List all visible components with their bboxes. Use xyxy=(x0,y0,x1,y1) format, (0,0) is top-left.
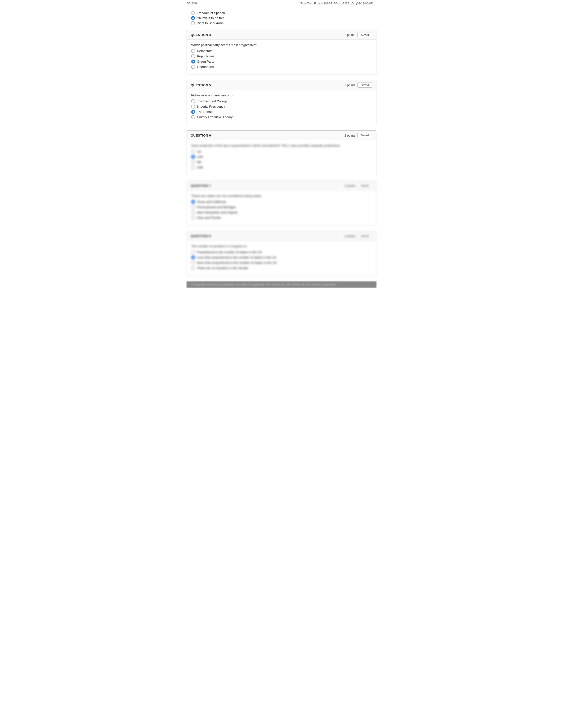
radio-q8-d xyxy=(191,266,195,270)
radio-green-party[interactable] xyxy=(191,60,195,64)
question-5-meta: 2 points Saved xyxy=(345,83,372,88)
question-4-text: Which political party seems most progres… xyxy=(191,43,372,47)
question-5-text: Filibuster is a characteristic of: xyxy=(191,94,372,97)
question-8-saved-button: Saved xyxy=(358,233,372,238)
radio-q7-c xyxy=(191,210,195,214)
radio-imperial-presidency[interactable] xyxy=(191,105,195,109)
option-label: Ohio and Florida xyxy=(197,216,220,220)
question-7-meta: 2 points Saved xyxy=(345,183,372,188)
list-item[interactable]: Freedom of Speech xyxy=(191,11,372,15)
radio-libertarians[interactable] xyxy=(191,65,195,69)
question-8-body: The number of senators in Congress is: P… xyxy=(187,241,376,276)
radio-democrats[interactable] xyxy=(191,49,195,53)
radio-q8-c xyxy=(191,261,195,265)
radio-freedom-speech[interactable] xyxy=(191,11,195,15)
option-label: Texas and California xyxy=(197,200,226,204)
option-label: More than proportional to the number of … xyxy=(197,261,277,265)
radio-church-free[interactable] xyxy=(191,16,195,20)
list-item[interactable]: Right to Bear Arms xyxy=(191,21,372,25)
question-6-label: QUESTION 6 xyxy=(191,134,211,137)
radio-q6-d xyxy=(191,165,195,169)
list-item: There are no senators in the Senate xyxy=(191,266,372,270)
question-4-body: Which political party seems most progres… xyxy=(187,40,376,75)
option-label: Less than proportional to the number of … xyxy=(197,256,276,259)
list-item[interactable]: The Electoral College xyxy=(191,99,372,103)
option-label: The Electoral College xyxy=(197,99,227,103)
option-label: 14th xyxy=(197,155,203,159)
list-item: Pennsylvania and Michigan xyxy=(191,205,372,209)
list-item: 1st xyxy=(191,150,372,154)
footer-bar: All copyright violations and plagiarism … xyxy=(186,281,377,288)
list-item: New Hampshire and Virginia xyxy=(191,210,372,214)
option-label: There are no senators in the Senate xyxy=(197,266,248,270)
list-item[interactable]: Unitary Executive Theory xyxy=(191,115,372,119)
list-item[interactable]: Church is to be free xyxy=(191,16,372,20)
question-4-options: Democrats Republicans Green Party Libert… xyxy=(191,49,372,69)
question-6-points: 2 points xyxy=(345,134,355,137)
question-8-options: Proportional to the number of states in … xyxy=(191,250,372,270)
option-label: New Hampshire and Virginia xyxy=(197,211,237,214)
list-item: More than proportional to the number of … xyxy=(191,261,372,265)
list-item[interactable]: Democrats xyxy=(191,49,372,53)
question-7-block: QUESTION 7 2 points Saved These two stat… xyxy=(186,181,377,226)
question-4-block: QUESTION 4 2 points Saved Which politica… xyxy=(186,30,377,75)
option-label: Green Party xyxy=(197,60,214,63)
option-label: 5th xyxy=(197,160,201,164)
question-4-header: QUESTION 4 2 points Saved xyxy=(187,30,376,40)
list-item[interactable]: Imperial Presidency xyxy=(191,105,372,109)
list-item: 10th xyxy=(191,165,372,169)
question-7-options: Texas and California Pennsylvania and Mi… xyxy=(191,200,372,220)
option-label: Pennsylvania and Michigan xyxy=(197,205,236,209)
radio-q8-b xyxy=(191,255,195,259)
question-8-meta: 2 points Saved xyxy=(345,233,372,238)
partial-options-list: Freedom of Speech Church is to be free R… xyxy=(191,11,372,25)
question-4-saved-button[interactable]: Saved xyxy=(358,32,372,37)
radio-q7-b xyxy=(191,205,195,209)
list-item[interactable]: Republicans xyxy=(191,54,372,58)
question-5-body: Filibuster is a characteristic of: The E… xyxy=(187,90,376,125)
list-item[interactable]: The Senate xyxy=(191,110,372,114)
question-4-points: 2 points xyxy=(345,33,355,37)
option-label: 10th xyxy=(197,166,203,169)
list-item[interactable]: Green Party xyxy=(191,60,372,64)
question-8-header: QUESTION 8 2 points Saved xyxy=(187,231,376,241)
radio-bear-arms[interactable] xyxy=(191,21,195,25)
list-item: Ohio and Florida xyxy=(191,216,372,220)
option-label: Freedom of Speech xyxy=(197,11,225,15)
question-6-options: 1st 14th 5th 10th xyxy=(191,150,372,169)
list-item[interactable]: Libertarians xyxy=(191,65,372,69)
question-4-meta: 2 points Saved xyxy=(345,32,372,37)
radio-electoral-college[interactable] xyxy=(191,99,195,103)
footer-text: All copyright violations and plagiarism … xyxy=(191,283,337,286)
option-label: Imperial Presidency xyxy=(197,105,225,108)
option-label: Democrats xyxy=(197,49,212,53)
question-6-meta: 2 points Saved xyxy=(345,133,372,138)
question-5-label: QUESTION 5 xyxy=(191,83,211,87)
option-label: 1st xyxy=(197,150,201,153)
question-7-points: 2 points xyxy=(345,184,355,188)
option-label: Unitary Executive Theory xyxy=(197,115,233,119)
option-label: Church is to be free xyxy=(197,16,225,20)
question-8-label: QUESTION 8 xyxy=(191,234,211,238)
radio-q7-a xyxy=(191,200,195,204)
radio-republicans[interactable] xyxy=(191,54,195,58)
question-8-points: 2 points xyxy=(345,234,355,238)
question-6-block: QUESTION 6 2 points Saved Does protectio… xyxy=(186,130,377,175)
option-label: The Senate xyxy=(197,110,213,114)
date-label: 6/7/2018 xyxy=(186,2,198,5)
question-6-header: QUESTION 6 2 points Saved xyxy=(187,131,376,140)
question-5-saved-button[interactable]: Saved xyxy=(358,83,372,88)
question-6-saved-button[interactable]: Saved xyxy=(358,133,372,138)
radio-q7-d xyxy=(191,216,195,220)
option-label: Proportional to the number of states in … xyxy=(197,250,262,254)
question-5-points: 2 points xyxy=(345,83,355,87)
question-8-text: The number of senators in Congress is: xyxy=(191,244,372,248)
radio-unitary-executive[interactable] xyxy=(191,115,195,119)
question-7-saved-button: Saved xyxy=(358,183,372,188)
top-bar: 6/7/2018 Take Test: Final – 18SPR POL-1-… xyxy=(186,0,377,7)
radio-the-senate[interactable] xyxy=(191,110,195,114)
list-item: Proportional to the number of states in … xyxy=(191,250,372,254)
question-7-text: These two states are not considered swin… xyxy=(191,194,372,198)
radio-q8-a xyxy=(191,250,195,254)
radio-q6-a xyxy=(191,150,195,154)
